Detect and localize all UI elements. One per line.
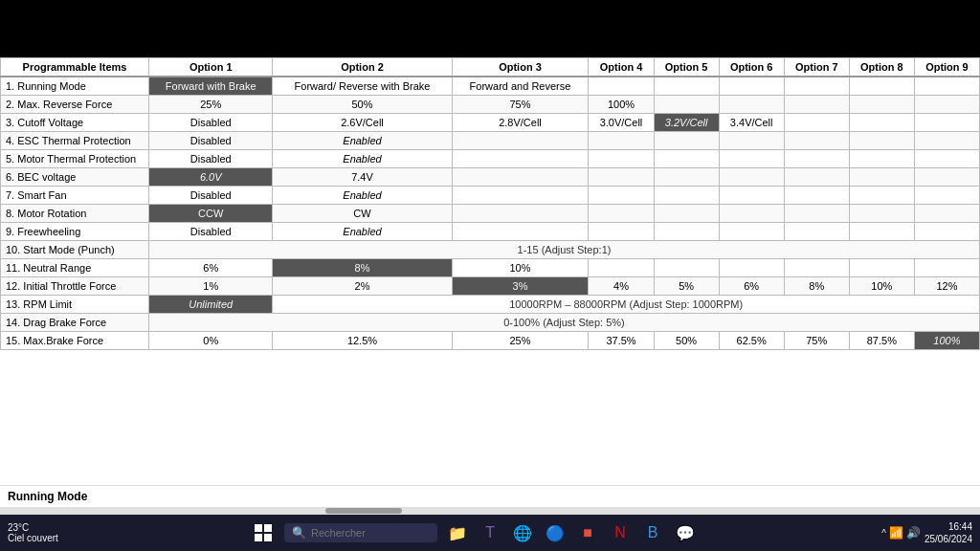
- col-header-opt8: Option 8: [849, 58, 914, 77]
- table-cell: [914, 132, 979, 150]
- table-cell: 3.2V/Cell: [654, 114, 719, 132]
- table-cell: [452, 150, 589, 168]
- table-cell: 50%: [654, 332, 719, 350]
- windows-start-button[interactable]: [250, 519, 277, 546]
- taskbar-icon-explorer[interactable]: 📁: [445, 520, 470, 545]
- table-cell: [654, 168, 719, 187]
- taskbar-icon-edge[interactable]: 🌐: [510, 520, 535, 545]
- row-label: 1. Running Mode: [1, 77, 149, 96]
- row-label: 5. Motor Thermal Protection: [1, 150, 149, 168]
- table-cell: [784, 205, 849, 223]
- table-cell: 1%: [149, 277, 273, 296]
- table-cell: [849, 168, 914, 187]
- table-cell: [914, 223, 979, 241]
- col-header-opt3: Option 3: [452, 58, 589, 77]
- table-cell: Enabled: [273, 132, 452, 150]
- taskbar-icon-app2[interactable]: B: [640, 520, 665, 545]
- edge-icon: 🌐: [513, 524, 532, 542]
- table-cell: [849, 114, 914, 132]
- teams-icon: T: [485, 524, 495, 541]
- table-cell: [914, 77, 979, 96]
- row-label: 15. Max.Brake Force: [1, 332, 149, 350]
- table-row: 7. Smart FanDisabledEnabled: [1, 187, 980, 205]
- col-header-opt6: Option 6: [719, 58, 784, 77]
- table-row: 6. BEC voltage6.0V7.4V: [1, 168, 980, 187]
- table-row: 1. Running ModeForward with BrakeForward…: [1, 77, 980, 96]
- table-cell: 2%: [273, 277, 452, 296]
- table-cell: [849, 96, 914, 114]
- col-header-opt2: Option 2: [273, 58, 452, 77]
- table-cell: Forward with Brake: [149, 77, 273, 96]
- row-label: 7. Smart Fan: [1, 187, 149, 205]
- table-cell: 25%: [149, 96, 273, 114]
- table-row: 5. Motor Thermal ProtectionDisabledEnabl…: [1, 150, 980, 168]
- table-row: 9. FreewheelingDisabledEnabled: [1, 223, 980, 241]
- table-cell: [849, 223, 914, 241]
- table-cell: 50%: [273, 96, 452, 114]
- row-label: 4. ESC Thermal Protection: [1, 132, 149, 150]
- taskbar-icon-whatsapp[interactable]: 💬: [673, 520, 698, 545]
- table-cell: Enabled: [273, 187, 452, 205]
- table-cell: [849, 77, 914, 96]
- table-cell: [719, 259, 784, 277]
- table-cell: 37.5%: [589, 332, 654, 350]
- table-cell: [784, 77, 849, 96]
- table-cell: [452, 205, 589, 223]
- top-black-bar: [0, 0, 980, 57]
- table-row: 3. Cutoff VoltageDisabled2.6V/Cell2.8V/C…: [1, 114, 980, 132]
- taskbar-icon-teams[interactable]: T: [478, 520, 502, 545]
- tray-arrow-icon[interactable]: ^: [881, 528, 886, 539]
- app2-icon: B: [648, 524, 658, 541]
- table-cell: [719, 205, 784, 223]
- table-cell: 10%: [849, 277, 914, 296]
- table-cell: 100%: [914, 332, 979, 350]
- table-cell: 6%: [149, 259, 273, 277]
- row-label: 9. Freewheeling: [1, 223, 149, 241]
- explorer-icon: 📁: [448, 524, 467, 542]
- table-cell: [654, 96, 719, 114]
- row-label: 14. Drag Brake Force: [1, 314, 149, 332]
- main-content: Programmable Items Option 1 Option 2 Opt…: [0, 57, 980, 515]
- taskbar-icon-chrome[interactable]: 🔵: [543, 520, 568, 545]
- table-cell: 6.0V: [149, 168, 273, 187]
- table-cell: [784, 150, 849, 168]
- table-cell: Disabled: [149, 114, 273, 132]
- row-label: 6. BEC voltage: [1, 168, 149, 187]
- taskbar-search[interactable]: 🔍: [284, 523, 437, 542]
- search-input[interactable]: [311, 527, 416, 539]
- table-row: 2. Max. Reverse Force25%50%75%100%: [1, 96, 980, 114]
- table-cell: 75%: [452, 96, 589, 114]
- table-row: 14. Drag Brake Force0-100% (Adjust Step:…: [1, 314, 980, 332]
- table-cell: 10%: [452, 259, 589, 277]
- table-cell: [784, 114, 849, 132]
- table-cell: [849, 150, 914, 168]
- table-cell: [784, 96, 849, 114]
- table-header-row: Programmable Items Option 1 Option 2 Opt…: [1, 58, 980, 77]
- table-cell: Enabled: [273, 223, 452, 241]
- taskbar-icon-netflix[interactable]: N: [608, 520, 633, 545]
- table-row: 13. RPM LimitUnlimited10000RPM – 88000RP…: [1, 296, 980, 314]
- table-cell: [589, 187, 654, 205]
- table-row: 11. Neutral Range6%8%10%: [1, 259, 980, 277]
- table-cell: [589, 150, 654, 168]
- taskbar-icon-app1[interactable]: ■: [575, 520, 600, 545]
- table-cell: [719, 187, 784, 205]
- table-cell: Disabled: [149, 132, 273, 150]
- table-cell: 100%: [589, 96, 654, 114]
- table-cell: 0-100% (Adjust Step: 5%): [149, 314, 980, 332]
- scrollbar-thumb[interactable]: [325, 508, 402, 514]
- table-cell: [719, 150, 784, 168]
- clock-display[interactable]: 16:44 25/06/2024: [924, 520, 972, 545]
- table-cell: [654, 259, 719, 277]
- table-cell: [849, 132, 914, 150]
- taskbar-left: 23°C Ciel couvert: [8, 522, 66, 543]
- table-cell: [589, 168, 654, 187]
- table-cell: 1-15 (Adjust Step:1): [149, 241, 980, 259]
- col-header-opt4: Option 4: [589, 58, 654, 77]
- horizontal-scrollbar[interactable]: [0, 507, 980, 515]
- table-cell: [589, 77, 654, 96]
- col-header-opt7: Option 7: [784, 58, 849, 77]
- table-cell: [654, 150, 719, 168]
- table-cell: [452, 168, 589, 187]
- table-cell: Forward and Reverse: [452, 77, 589, 96]
